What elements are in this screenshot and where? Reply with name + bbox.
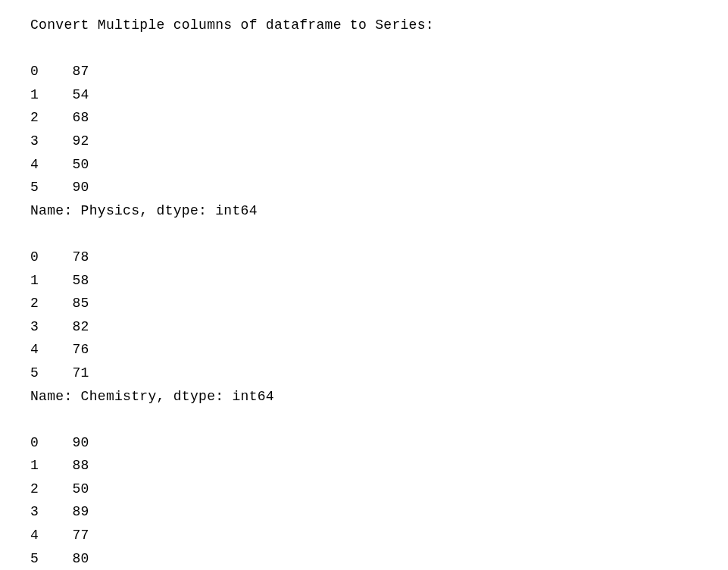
series-row: 0 78 [30,246,698,269]
output-container: Convert Multiple columns of dataframe to… [30,14,698,570]
output-header: Convert Multiple columns of dataframe to… [30,14,698,37]
series-row: 2 68 [30,106,698,130]
series-row: 1 88 [30,454,698,478]
series-row: 1 54 [30,83,698,107]
blank-line [30,37,698,61]
series-row: 3 89 [30,500,698,524]
series-row: 3 92 [30,130,698,153]
series-row: 0 90 [30,431,698,455]
series-row: 4 76 [30,338,698,362]
series-row: 5 80 [30,547,698,570]
series-row: 3 82 [30,315,698,339]
series-footer: Name: Chemistry, dtype: int64 [30,385,698,409]
blank-line [30,408,698,431]
series-row: 2 85 [30,292,698,315]
series-row: 5 90 [30,176,698,199]
series-row: 0 87 [30,60,698,83]
blank-line [30,222,698,246]
series-row: 2 50 [30,478,698,501]
series-footer: Name: Physics, dtype: int64 [30,199,698,223]
series-row: 4 50 [30,153,698,177]
series-row: 5 71 [30,362,698,385]
series-row: 4 77 [30,524,698,547]
series-row: 1 58 [30,269,698,293]
